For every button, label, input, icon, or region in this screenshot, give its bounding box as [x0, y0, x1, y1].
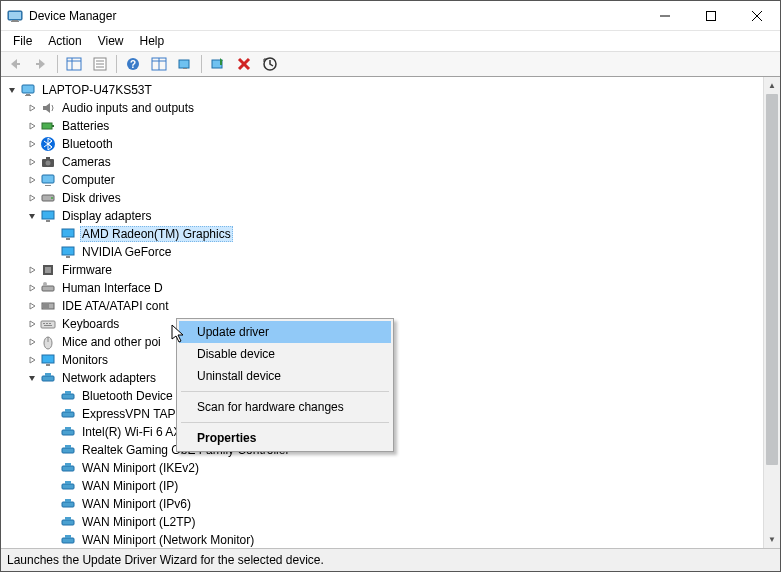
chevron-right-icon[interactable]: [25, 191, 39, 205]
svg-rect-66: [45, 373, 51, 376]
chevron-right-icon[interactable]: [25, 353, 39, 367]
network-icon: [40, 370, 56, 386]
expander-placeholder: [45, 227, 59, 241]
network-icon: [60, 514, 76, 530]
tree-node-root[interactable]: LAPTOP-U47KS53T: [1, 81, 763, 99]
network-icon: [60, 460, 76, 476]
svg-rect-8: [16, 63, 20, 65]
expander-placeholder: [45, 497, 59, 511]
context-menu-scan-hardware[interactable]: Scan for hardware changes: [179, 396, 391, 418]
chevron-down-icon[interactable]: [25, 371, 39, 385]
ide-icon: [40, 298, 56, 314]
scroll-up-button[interactable]: ▲: [764, 77, 780, 94]
scroll-track[interactable]: [764, 94, 780, 531]
node-label: Computer: [60, 173, 117, 187]
context-menu-update-driver[interactable]: Update driver: [179, 321, 391, 343]
toolbar-scan-button[interactable]: [206, 53, 230, 75]
tree-node-amd-graphics[interactable]: AMD Radeon(TM) Graphics: [1, 225, 763, 243]
chevron-right-icon[interactable]: [25, 101, 39, 115]
svg-rect-47: [66, 256, 70, 258]
svg-rect-3: [11, 21, 19, 22]
node-label: LAPTOP-U47KS53T: [40, 83, 154, 97]
chevron-right-icon[interactable]: [25, 173, 39, 187]
camera-icon: [40, 154, 56, 170]
toolbar-back-button[interactable]: [3, 53, 27, 75]
toolbar-help-button[interactable]: ?: [121, 53, 145, 75]
chevron-down-icon[interactable]: [25, 209, 39, 223]
toolbar-action-center-button[interactable]: [147, 53, 171, 75]
chevron-right-icon[interactable]: [25, 137, 39, 151]
tree-node-net-wan-nm[interactable]: WAN Miniport (Network Monitor): [1, 531, 763, 548]
tree-node-cameras[interactable]: Cameras: [1, 153, 763, 171]
toolbar-show-hidden-button[interactable]: [173, 53, 197, 75]
tree-node-hid[interactable]: Human Interface D: [1, 279, 763, 297]
vertical-scrollbar[interactable]: ▲ ▼: [763, 77, 780, 548]
toolbar-update-driver-button[interactable]: [258, 53, 282, 75]
monitor-icon: [40, 352, 56, 368]
menu-file[interactable]: File: [5, 33, 40, 49]
context-menu-uninstall-device[interactable]: Uninstall device: [179, 365, 391, 387]
toolbar-uninstall-button[interactable]: [232, 53, 256, 75]
tree-node-net-wan-l2tp[interactable]: WAN Miniport (L2TP): [1, 513, 763, 531]
tree-node-disk-drives[interactable]: Disk drives: [1, 189, 763, 207]
battery-icon: [40, 118, 56, 134]
svg-rect-69: [62, 412, 74, 417]
node-label: Audio inputs and outputs: [60, 101, 196, 115]
svg-rect-31: [25, 95, 31, 96]
tree-node-ide[interactable]: IDE ATA/ATAPI cont: [1, 297, 763, 315]
network-icon: [60, 424, 76, 440]
tree-node-audio[interactable]: Audio inputs and outputs: [1, 99, 763, 117]
svg-rect-64: [46, 364, 50, 366]
display-icon: [60, 226, 76, 242]
chevron-down-icon[interactable]: [5, 83, 19, 97]
bluetooth-icon: [40, 136, 56, 152]
expander-placeholder: [45, 443, 59, 457]
node-label: NVIDIA GeForce: [80, 245, 173, 259]
tree-node-batteries[interactable]: Batteries: [1, 117, 763, 135]
svg-rect-42: [42, 211, 54, 219]
toolbar-show-hide-tree-button[interactable]: [62, 53, 86, 75]
node-label: WAN Miniport (IP): [80, 479, 180, 493]
chevron-right-icon[interactable]: [25, 317, 39, 331]
tree-node-firmware[interactable]: Firmware: [1, 261, 763, 279]
chevron-right-icon[interactable]: [25, 335, 39, 349]
tree-node-net-wan-ipv6[interactable]: WAN Miniport (IPv6): [1, 495, 763, 513]
node-label: WAN Miniport (L2TP): [80, 515, 198, 529]
toolbar-forward-button[interactable]: [29, 53, 53, 75]
svg-point-41: [51, 197, 53, 199]
chevron-right-icon[interactable]: [25, 299, 39, 313]
menu-help[interactable]: Help: [132, 33, 173, 49]
maximize-button[interactable]: [688, 1, 734, 31]
tree-node-display-adapters[interactable]: Display adapters: [1, 207, 763, 225]
scroll-thumb[interactable]: [766, 94, 778, 465]
expander-placeholder: [45, 515, 59, 529]
svg-rect-70: [65, 409, 71, 412]
toolbar-properties-button[interactable]: [88, 53, 112, 75]
display-icon: [40, 208, 56, 224]
tree-node-computer[interactable]: Computer: [1, 171, 763, 189]
tree-node-nvidia-graphics[interactable]: NVIDIA GeForce: [1, 243, 763, 261]
minimize-button[interactable]: [642, 1, 688, 31]
svg-rect-38: [42, 175, 54, 183]
statusbar: Launches the Update Driver Wizard for th…: [1, 549, 780, 571]
chevron-right-icon[interactable]: [25, 263, 39, 277]
scroll-down-button[interactable]: ▼: [764, 531, 780, 548]
svg-rect-65: [42, 376, 54, 381]
tree-node-net-wan-ip[interactable]: WAN Miniport (IP): [1, 477, 763, 495]
svg-rect-59: [49, 323, 51, 324]
menu-view[interactable]: View: [90, 33, 132, 49]
computer-icon: [20, 82, 36, 98]
chevron-right-icon[interactable]: [25, 281, 39, 295]
tree-node-net-wan-ikev2[interactable]: WAN Miniport (IKEv2): [1, 459, 763, 477]
context-menu-disable-device[interactable]: Disable device: [179, 343, 391, 365]
close-button[interactable]: [734, 1, 780, 31]
svg-rect-83: [62, 538, 74, 543]
menu-action[interactable]: Action: [40, 33, 89, 49]
window-title: Device Manager: [29, 9, 642, 23]
svg-rect-74: [65, 445, 71, 448]
chevron-right-icon[interactable]: [25, 155, 39, 169]
device-tree[interactable]: LAPTOP-U47KS53T Audio inputs and outputs…: [1, 77, 763, 548]
context-menu-properties[interactable]: Properties: [179, 427, 391, 449]
chevron-right-icon[interactable]: [25, 119, 39, 133]
tree-node-bluetooth[interactable]: Bluetooth: [1, 135, 763, 153]
